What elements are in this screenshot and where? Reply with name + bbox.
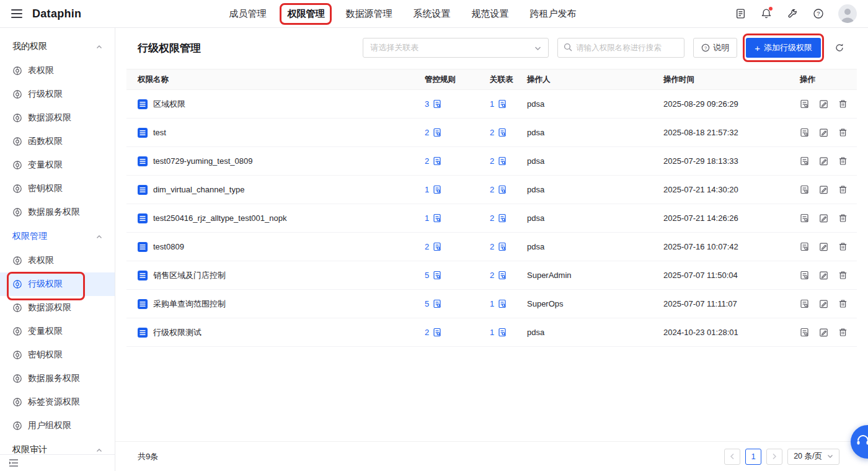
tables-detail-icon[interactable] <box>498 328 507 337</box>
rules-detail-icon[interactable] <box>433 328 441 337</box>
edit-icon[interactable] <box>819 271 828 280</box>
delete-icon[interactable] <box>838 271 848 280</box>
rules-count-link[interactable]: 2 <box>425 242 429 251</box>
rules-detail-icon[interactable] <box>433 156 441 166</box>
rules-count-link[interactable]: 2 <box>425 128 429 137</box>
delete-icon[interactable] <box>838 242 848 251</box>
sidebar-item[interactable]: 数据服务权限 <box>0 367 115 390</box>
tables-detail-icon[interactable] <box>498 99 507 109</box>
sidebar-item[interactable]: 变量权限 <box>0 153 115 177</box>
sidebar-group-header[interactable]: 权限管理 <box>0 224 115 249</box>
sidebar-item[interactable]: 表权限 <box>0 59 115 83</box>
related-table-select[interactable]: 请选择关联表 <box>363 38 549 58</box>
edit-icon[interactable] <box>819 242 828 251</box>
rules-count-link[interactable]: 1 <box>425 185 429 194</box>
tables-count-link[interactable]: 2 <box>490 156 494 166</box>
notifications-bell-icon[interactable] <box>760 7 773 20</box>
view-record-icon[interactable] <box>800 299 809 308</box>
view-record-icon[interactable] <box>800 213 809 223</box>
top-nav-item[interactable]: 权限管理 <box>287 0 324 28</box>
prev-page-button[interactable] <box>724 449 740 465</box>
edit-icon[interactable] <box>819 299 828 308</box>
rules-count-link[interactable]: 5 <box>425 271 429 280</box>
tables-detail-icon[interactable] <box>498 128 507 137</box>
top-nav-item[interactable]: 成员管理 <box>229 0 266 28</box>
help-button[interactable]: ? 说明 <box>693 38 737 58</box>
permission-name[interactable]: test0729-yuming_test_0809 <box>153 156 252 166</box>
rules-count-link[interactable]: 5 <box>425 299 429 308</box>
tables-count-link[interactable]: 2 <box>490 213 494 223</box>
add-row-permission-button[interactable]: + 添加行级权限 <box>746 38 821 58</box>
view-record-icon[interactable] <box>800 242 809 251</box>
rules-count-link[interactable]: 2 <box>425 156 429 166</box>
delete-icon[interactable] <box>838 185 848 194</box>
rules-detail-icon[interactable] <box>433 242 441 251</box>
edit-icon[interactable] <box>819 185 828 194</box>
top-nav-item[interactable]: 系统设置 <box>413 0 450 28</box>
edit-icon[interactable] <box>819 156 828 166</box>
top-nav-item[interactable]: 跨租户发布 <box>529 0 576 28</box>
sidebar-item[interactable]: 标签资源权限 <box>0 390 115 414</box>
rules-detail-icon[interactable] <box>433 128 441 137</box>
tables-count-link[interactable]: 2 <box>490 128 494 137</box>
tables-detail-icon[interactable] <box>498 156 507 166</box>
page-size-select[interactable]: 20 条/页 <box>787 449 839 465</box>
sidebar-item[interactable]: 数据源权限 <box>0 296 115 320</box>
tables-count-link[interactable]: 2 <box>490 242 494 251</box>
view-record-icon[interactable] <box>800 185 809 194</box>
tools-wrench-icon[interactable] <box>786 7 799 20</box>
permission-name[interactable]: test0809 <box>153 242 184 251</box>
view-record-icon[interactable] <box>800 156 809 166</box>
rules-detail-icon[interactable] <box>433 99 441 109</box>
view-record-icon[interactable] <box>800 271 809 280</box>
edit-icon[interactable] <box>819 99 828 109</box>
next-page-button[interactable] <box>766 449 782 465</box>
sidebar-item[interactable]: 密钥权限 <box>0 177 115 200</box>
sidebar-item[interactable]: 函数权限 <box>0 130 115 153</box>
top-nav-item[interactable]: 数据源管理 <box>345 0 392 28</box>
help-question-icon[interactable]: ? <box>812 7 825 20</box>
edit-icon[interactable] <box>819 128 828 137</box>
sidebar-item[interactable]: 数据服务权限 <box>0 200 115 224</box>
sidebar-item[interactable]: 密钥权限 <box>0 343 115 367</box>
collapse-sidebar-icon[interactable] <box>9 459 20 467</box>
rules-count-link[interactable]: 1 <box>425 213 429 223</box>
top-nav-item[interactable]: 规范设置 <box>471 0 508 28</box>
tables-count-link[interactable]: 2 <box>490 271 494 280</box>
delete-icon[interactable] <box>838 299 848 308</box>
user-avatar[interactable] <box>838 4 857 23</box>
permission-name[interactable]: 区域权限 <box>153 99 185 110</box>
search-input[interactable] <box>576 43 678 52</box>
page-number[interactable]: 1 <box>745 449 761 465</box>
sidebar-group-header[interactable]: 我的权限 <box>0 34 115 59</box>
sidebar-item[interactable]: 行级权限 <box>0 83 115 106</box>
tables-count-link[interactable]: 2 <box>490 185 494 194</box>
hamburger-menu-icon[interactable] <box>11 9 22 18</box>
tables-detail-icon[interactable] <box>498 299 507 308</box>
tables-detail-icon[interactable] <box>498 185 507 194</box>
edit-icon[interactable] <box>819 328 828 337</box>
view-record-icon[interactable] <box>800 99 809 109</box>
sidebar-item[interactable]: 数据源权限 <box>0 106 115 130</box>
delete-icon[interactable] <box>838 213 848 223</box>
release-notes-icon[interactable] <box>734 7 746 20</box>
rules-detail-icon[interactable] <box>433 185 441 194</box>
delete-icon[interactable] <box>838 99 848 109</box>
permission-name[interactable]: test <box>153 128 166 137</box>
permission-name[interactable]: 行级权限测试 <box>153 327 202 338</box>
permission-name[interactable]: 销售区域及门店控制 <box>153 270 226 281</box>
tables-count-link[interactable]: 1 <box>490 328 494 337</box>
tables-detail-icon[interactable] <box>498 242 507 251</box>
permission-name[interactable]: 采购单查询范围控制 <box>153 298 226 310</box>
view-record-icon[interactable] <box>800 128 809 137</box>
sidebar-item[interactable]: 变量权限 <box>0 320 115 343</box>
delete-icon[interactable] <box>838 156 848 166</box>
rules-detail-icon[interactable] <box>433 271 441 280</box>
edit-icon[interactable] <box>819 213 828 223</box>
permission-name[interactable]: test250416_rjz_alltype_test001_nopk <box>153 213 286 223</box>
refresh-button[interactable] <box>830 38 849 58</box>
sidebar-item[interactable]: 表权限 <box>0 249 115 272</box>
rules-count-link[interactable]: 3 <box>425 99 429 109</box>
tables-count-link[interactable]: 1 <box>490 99 494 109</box>
sidebar-item[interactable]: 行级权限 <box>0 272 115 296</box>
